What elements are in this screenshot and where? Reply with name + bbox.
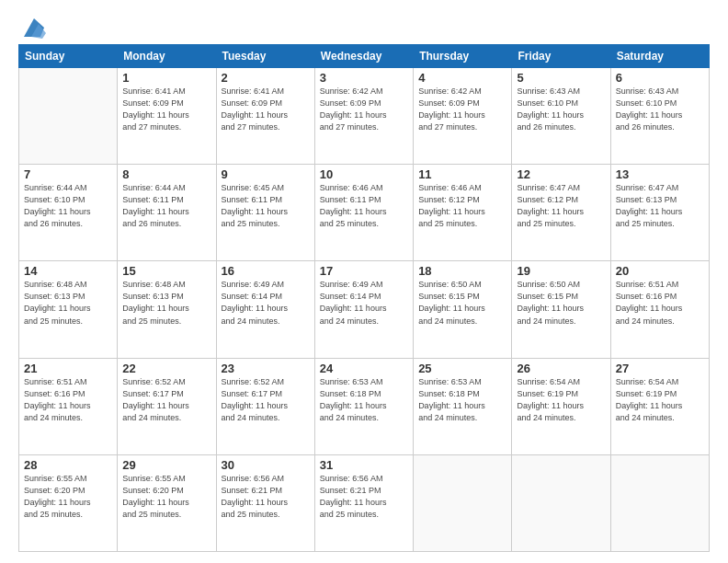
day-cell: 26Sunrise: 6:54 AM Sunset: 6:19 PM Dayli… <box>512 358 610 454</box>
day-number: 24 <box>320 362 408 375</box>
day-cell: 9Sunrise: 6:45 AM Sunset: 6:11 PM Daylig… <box>216 165 314 261</box>
day-number: 7 <box>24 167 112 181</box>
day-cell: 20Sunrise: 6:51 AM Sunset: 6:16 PM Dayli… <box>610 261 709 358</box>
day-info: Sunrise: 6:41 AM Sunset: 6:09 PM Dayligh… <box>222 86 310 133</box>
day-info: Sunrise: 6:54 AM Sunset: 6:19 PM Dayligh… <box>517 376 605 424</box>
logo <box>18 15 48 35</box>
day-info: Sunrise: 6:52 AM Sunset: 6:17 PM Dayligh… <box>122 376 210 424</box>
day-number: 23 <box>222 362 310 375</box>
day-info: Sunrise: 6:48 AM Sunset: 6:13 PM Dayligh… <box>122 279 210 327</box>
day-number: 14 <box>24 264 112 278</box>
day-info: Sunrise: 6:52 AM Sunset: 6:17 PM Dayligh… <box>222 376 310 424</box>
day-number: 12 <box>517 167 605 181</box>
day-cell: 19Sunrise: 6:50 AM Sunset: 6:15 PM Dayli… <box>512 261 610 358</box>
day-number: 8 <box>122 167 210 181</box>
day-info: Sunrise: 6:46 AM Sunset: 6:11 PM Dayligh… <box>320 182 408 230</box>
day-info: Sunrise: 6:55 AM Sunset: 6:20 PM Dayligh… <box>24 473 112 521</box>
day-cell: 6Sunrise: 6:43 AM Sunset: 6:10 PM Daylig… <box>610 68 709 165</box>
day-number: 26 <box>517 362 605 375</box>
day-cell <box>414 454 512 551</box>
day-cell: 10Sunrise: 6:46 AM Sunset: 6:11 PM Dayli… <box>314 165 413 261</box>
day-number: 19 <box>517 264 605 278</box>
day-header-tuesday: Tuesday <box>216 45 314 68</box>
day-info: Sunrise: 6:50 AM Sunset: 6:15 PM Dayligh… <box>418 279 506 327</box>
day-number: 10 <box>320 167 408 181</box>
day-cell: 14Sunrise: 6:48 AM Sunset: 6:13 PM Dayli… <box>19 261 118 358</box>
day-number: 13 <box>616 167 704 181</box>
page: SundayMondayTuesdayWednesdayThursdayFrid… <box>0 0 728 563</box>
day-number: 17 <box>320 264 408 278</box>
day-info: Sunrise: 6:44 AM Sunset: 6:10 PM Dayligh… <box>24 182 112 230</box>
week-row-3: 14Sunrise: 6:48 AM Sunset: 6:13 PM Dayli… <box>19 261 710 358</box>
day-number: 29 <box>122 458 210 472</box>
day-info: Sunrise: 6:45 AM Sunset: 6:11 PM Dayligh… <box>222 182 310 230</box>
day-info: Sunrise: 6:56 AM Sunset: 6:21 PM Dayligh… <box>222 473 310 521</box>
day-info: Sunrise: 6:43 AM Sunset: 6:10 PM Dayligh… <box>616 86 704 133</box>
day-number: 25 <box>418 362 506 375</box>
day-info: Sunrise: 6:42 AM Sunset: 6:09 PM Dayligh… <box>418 86 506 133</box>
day-info: Sunrise: 6:47 AM Sunset: 6:13 PM Dayligh… <box>616 182 704 230</box>
header <box>18 15 710 35</box>
day-cell: 4Sunrise: 6:42 AM Sunset: 6:09 PM Daylig… <box>414 68 512 165</box>
day-info: Sunrise: 6:56 AM Sunset: 6:21 PM Dayligh… <box>320 473 408 521</box>
day-header-thursday: Thursday <box>414 45 512 68</box>
day-info: Sunrise: 6:51 AM Sunset: 6:16 PM Dayligh… <box>616 279 704 327</box>
day-info: Sunrise: 6:47 AM Sunset: 6:12 PM Dayligh… <box>517 182 605 230</box>
day-cell: 28Sunrise: 6:55 AM Sunset: 6:20 PM Dayli… <box>19 454 118 551</box>
day-info: Sunrise: 6:42 AM Sunset: 6:09 PM Dayligh… <box>320 86 408 133</box>
day-info: Sunrise: 6:44 AM Sunset: 6:11 PM Dayligh… <box>122 182 210 230</box>
day-cell: 11Sunrise: 6:46 AM Sunset: 6:12 PM Dayli… <box>414 165 512 261</box>
day-header-sunday: Sunday <box>19 45 118 68</box>
day-cell: 3Sunrise: 6:42 AM Sunset: 6:09 PM Daylig… <box>314 68 413 165</box>
day-number: 4 <box>418 71 506 85</box>
day-info: Sunrise: 6:53 AM Sunset: 6:18 PM Dayligh… <box>418 376 506 424</box>
week-row-5: 28Sunrise: 6:55 AM Sunset: 6:20 PM Dayli… <box>19 454 710 551</box>
day-cell: 18Sunrise: 6:50 AM Sunset: 6:15 PM Dayli… <box>414 261 512 358</box>
day-header-friday: Friday <box>512 45 610 68</box>
week-row-4: 21Sunrise: 6:51 AM Sunset: 6:16 PM Dayli… <box>19 358 710 454</box>
day-cell <box>512 454 610 551</box>
day-number: 28 <box>24 458 112 472</box>
day-cell: 12Sunrise: 6:47 AM Sunset: 6:12 PM Dayli… <box>512 165 610 261</box>
day-number: 27 <box>616 362 704 375</box>
day-cell: 30Sunrise: 6:56 AM Sunset: 6:21 PM Dayli… <box>216 454 314 551</box>
day-cell: 17Sunrise: 6:49 AM Sunset: 6:14 PM Dayli… <box>314 261 413 358</box>
day-info: Sunrise: 6:54 AM Sunset: 6:19 PM Dayligh… <box>616 376 704 424</box>
day-number: 3 <box>320 71 408 85</box>
day-number: 6 <box>616 71 704 85</box>
day-number: 15 <box>122 264 210 278</box>
day-cell: 31Sunrise: 6:56 AM Sunset: 6:21 PM Dayli… <box>314 454 413 551</box>
day-cell: 8Sunrise: 6:44 AM Sunset: 6:11 PM Daylig… <box>118 165 216 261</box>
day-number: 1 <box>122 71 210 85</box>
day-number: 5 <box>517 71 605 85</box>
day-number: 18 <box>418 264 506 278</box>
logo-icon <box>20 15 48 40</box>
week-row-1: 1Sunrise: 6:41 AM Sunset: 6:09 PM Daylig… <box>19 68 710 165</box>
day-number: 9 <box>222 167 310 181</box>
day-cell: 5Sunrise: 6:43 AM Sunset: 6:10 PM Daylig… <box>512 68 610 165</box>
day-cell: 29Sunrise: 6:55 AM Sunset: 6:20 PM Dayli… <box>118 454 216 551</box>
day-info: Sunrise: 6:41 AM Sunset: 6:09 PM Dayligh… <box>122 86 210 133</box>
day-number: 22 <box>122 362 210 375</box>
day-info: Sunrise: 6:48 AM Sunset: 6:13 PM Dayligh… <box>24 279 112 327</box>
day-number: 31 <box>320 458 408 472</box>
day-cell: 7Sunrise: 6:44 AM Sunset: 6:10 PM Daylig… <box>19 165 118 261</box>
day-number: 11 <box>418 167 506 181</box>
day-info: Sunrise: 6:51 AM Sunset: 6:16 PM Dayligh… <box>24 376 112 424</box>
day-number: 2 <box>222 71 310 85</box>
day-info: Sunrise: 6:49 AM Sunset: 6:14 PM Dayligh… <box>320 279 408 327</box>
day-header-wednesday: Wednesday <box>314 45 413 68</box>
day-cell: 2Sunrise: 6:41 AM Sunset: 6:09 PM Daylig… <box>216 68 314 165</box>
week-row-2: 7Sunrise: 6:44 AM Sunset: 6:10 PM Daylig… <box>19 165 710 261</box>
day-cell: 23Sunrise: 6:52 AM Sunset: 6:17 PM Dayli… <box>216 358 314 454</box>
calendar-table: SundayMondayTuesdayWednesdayThursdayFrid… <box>18 44 710 552</box>
day-header-monday: Monday <box>118 45 216 68</box>
day-cell: 16Sunrise: 6:49 AM Sunset: 6:14 PM Dayli… <box>216 261 314 358</box>
day-cell <box>19 68 118 165</box>
day-cell <box>610 454 709 551</box>
day-number: 30 <box>222 458 310 472</box>
day-info: Sunrise: 6:49 AM Sunset: 6:14 PM Dayligh… <box>222 279 310 327</box>
day-cell: 15Sunrise: 6:48 AM Sunset: 6:13 PM Dayli… <box>118 261 216 358</box>
day-cell: 27Sunrise: 6:54 AM Sunset: 6:19 PM Dayli… <box>610 358 709 454</box>
day-number: 21 <box>24 362 112 375</box>
